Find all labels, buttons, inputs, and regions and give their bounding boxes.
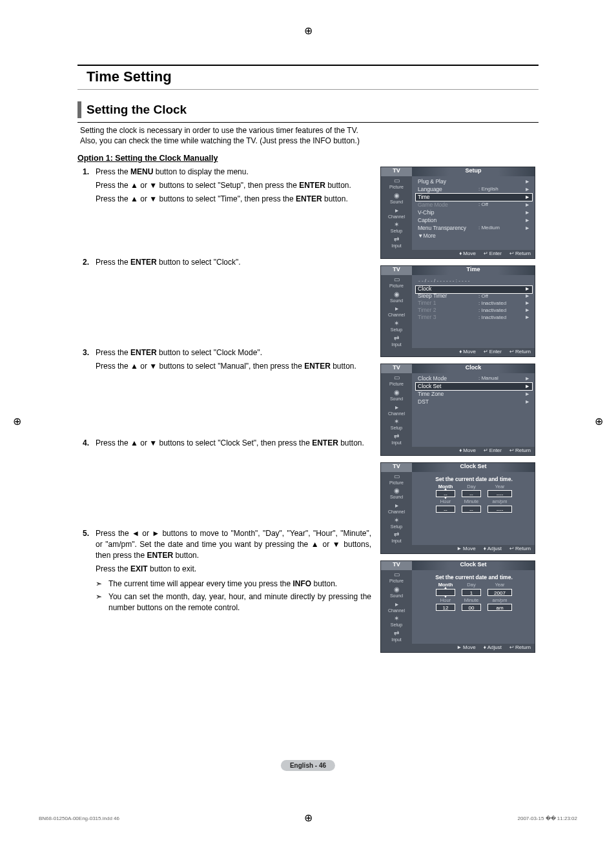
osd-menu-row: Clock Set► <box>416 383 532 390</box>
osd-menu-row: Timer 3: Inactivated► <box>416 314 532 322</box>
osd-menu-row: Game Mode: Off► <box>416 201 532 209</box>
osd-time: TV Time ▭Picture ◉Sound ▸Channel ✶Setup … <box>380 265 535 357</box>
step-1: 1. Press the MENU button to display the … <box>77 167 371 245</box>
page-footer: English - 46 <box>281 761 335 770</box>
osd-setup: TV Setup ▭Picture ◉Sound ▸Channel ✶Setup… <box>380 167 535 258</box>
osd-menu-row: DST► <box>416 398 532 406</box>
step-4: 4. Press the ▲ or ▼ buttons to select "C… <box>77 438 371 517</box>
page: Time Setting Setting the Clock Setting t… <box>0 0 616 842</box>
osd-sidebar: ▭Picture ◉Sound ▸Channel ✶Setup ⇄Input <box>381 176 412 249</box>
intro-text: Setting the clock is necessary in order … <box>77 125 539 146</box>
osd-menu-row: Plug & Play► <box>416 178 532 185</box>
option1-header: Option 1: Setting the Clock Manually <box>77 154 539 163</box>
osd-menu-row: V-Chip► <box>416 209 532 216</box>
note-icon: ➣ <box>96 591 105 613</box>
subsection-title: Setting the Clock <box>77 101 539 118</box>
osd-menu-row: Timer 2: Inactivated► <box>416 307 532 314</box>
osd-menu-row: Sleep Timer: Off► <box>416 293 532 300</box>
osd-tv-label: TV <box>381 167 412 176</box>
osd-menu-row: Timer 1: Inactivated► <box>416 300 532 307</box>
osd-clock: TV Clock ▭Picture ◉Sound ▸Channel ✶Setup… <box>380 364 535 455</box>
osd-menu-row: Time Zone► <box>416 391 532 398</box>
osd-title: Setup <box>412 167 535 176</box>
osd-menu-row: Clock► <box>416 286 532 293</box>
step-2: 2. Press the ENTER button to select "Clo… <box>77 257 371 336</box>
osd-menu-row: Time► <box>416 194 532 201</box>
osd-menu-row: Language: English► <box>416 186 532 193</box>
osd-time-subtext: - - / - - / - - - - - - : - - - - <box>416 277 532 285</box>
file-footer: BN68-01250A-00Eng-0315.indd 46 2007-03-1… <box>39 816 577 821</box>
osd-clock-set-filled: TV Clock Set ▭Picture ◉Sound ▸Channel ✶S… <box>380 560 535 652</box>
osd-menu-row: Menu Transparency: Medium► <box>416 225 532 232</box>
osd-menu-row: Clock Mode: Manual► <box>416 375 532 382</box>
osd-menu-row: ▼More <box>416 232 532 240</box>
osd-menu-row: Caption► <box>416 217 532 224</box>
note-icon: ➣ <box>96 579 105 590</box>
step-3: 3. Press the ENTER button to select "Clo… <box>77 347 371 426</box>
osd-clock-set-blank: TV Clock Set ▭Picture ◉Sound ▸Channel ✶S… <box>380 462 535 554</box>
step-5: 5. Press the ◄ or ► buttons to move to "… <box>77 528 371 616</box>
osd-footer: ♦Move ↵Enter ↩Return <box>381 250 535 258</box>
section-title: Time Setting <box>77 65 539 90</box>
